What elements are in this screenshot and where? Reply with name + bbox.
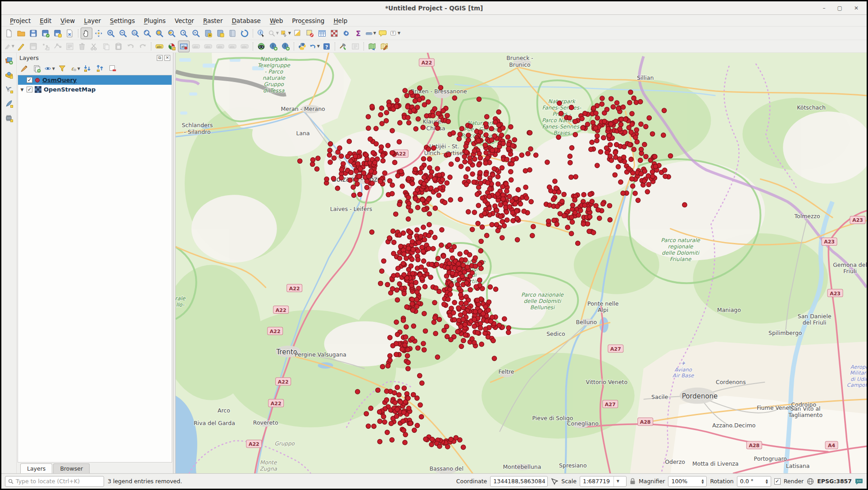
osm-tools-button[interactable] bbox=[337, 41, 349, 52]
layer-diagram-button[interactable] bbox=[166, 41, 177, 52]
layer-labeling-button[interactable]: abc bbox=[154, 41, 165, 52]
remove-layer-button[interactable] bbox=[107, 63, 118, 74]
layer-name: OsmQuery bbox=[42, 77, 77, 83]
menu-processing[interactable]: Processing bbox=[288, 16, 328, 26]
menu-settings[interactable]: Settings bbox=[106, 16, 139, 26]
identify-features-button[interactable]: i bbox=[255, 27, 267, 39]
toggle-editing-button[interactable] bbox=[15, 41, 27, 52]
title-bar[interactable]: *Untitled Project - QGIS [tm] – ▢ ✕ bbox=[1, 1, 867, 15]
add-group-button[interactable] bbox=[31, 63, 43, 74]
qms-add-button[interactable] bbox=[268, 41, 279, 52]
processing-history-button[interactable]: ▼ bbox=[309, 41, 320, 52]
statistics-button[interactable]: Σ bbox=[353, 27, 364, 39]
pan-to-selection-button[interactable] bbox=[93, 27, 105, 39]
minimize-button[interactable]: – bbox=[823, 1, 826, 15]
manage-map-themes-button[interactable]: ▼ bbox=[44, 63, 55, 74]
save-project-button[interactable] bbox=[27, 27, 39, 39]
new-geopackage-layer-button[interactable] bbox=[3, 69, 15, 81]
highlight-labels-button[interactable]: ab bbox=[178, 41, 190, 52]
show-bookmarks-button[interactable] bbox=[214, 27, 226, 39]
zoom-full-button[interactable] bbox=[141, 27, 153, 39]
close-button[interactable]: ✕ bbox=[854, 1, 859, 15]
bookmark-button[interactable] bbox=[227, 27, 238, 39]
messages-icon[interactable] bbox=[855, 478, 863, 485]
coordinate-input[interactable]: 1344188,5863084 bbox=[490, 476, 548, 487]
rotation-spinbox[interactable]: 0.0 °▲▼ bbox=[737, 476, 771, 487]
crs-status[interactable]: EPSG:3857 bbox=[817, 478, 852, 485]
text-annotation-button[interactable]: T▼ bbox=[389, 27, 401, 39]
osm-query-point bbox=[459, 126, 464, 131]
layer-visibility-checkbox[interactable]: ✓ bbox=[27, 87, 32, 92]
magnifier-spinbox[interactable]: 100%▲▼ bbox=[668, 476, 707, 487]
deselect-all-button[interactable] bbox=[304, 27, 316, 39]
layer-visibility-checkbox[interactable]: ✓ bbox=[27, 77, 32, 83]
processing-toolbox-button[interactable] bbox=[341, 27, 352, 39]
refresh-button[interactable] bbox=[239, 27, 250, 39]
locator-input[interactable]: Type to locate (Ctrl+K) bbox=[5, 476, 104, 487]
new-memory-layer-button[interactable] bbox=[3, 112, 15, 124]
menu-web[interactable]: Web bbox=[266, 16, 287, 26]
zoom-native-button[interactable]: 1:1 bbox=[129, 27, 141, 39]
spin-arrows-icon[interactable]: ▲▼ bbox=[766, 479, 768, 484]
dock-tab-browser[interactable]: Browser bbox=[53, 463, 90, 473]
measure-button[interactable]: ▼ bbox=[365, 27, 377, 39]
open-data-source-manager-button[interactable] bbox=[3, 55, 15, 66]
panel-float-button[interactable]: ⧉ bbox=[157, 55, 163, 61]
map-tips-button[interactable] bbox=[377, 27, 389, 39]
open-attribute-table-button[interactable] bbox=[316, 27, 328, 39]
open-project-button[interactable] bbox=[15, 27, 27, 39]
zoom-in-button[interactable] bbox=[105, 27, 117, 39]
menu-project[interactable]: Project bbox=[6, 16, 35, 26]
python-console-button[interactable] bbox=[296, 41, 308, 52]
scale-combobox[interactable]: 1:687719▼ bbox=[580, 476, 627, 487]
extents-toggle-icon[interactable] bbox=[551, 478, 558, 485]
qms-services-button[interactable] bbox=[280, 41, 291, 52]
dock-tab-layers[interactable]: Layers bbox=[20, 463, 52, 473]
zoom-to-selection-button[interactable] bbox=[154, 27, 165, 39]
menu-raster[interactable]: Raster bbox=[199, 16, 227, 26]
project-properties-button[interactable] bbox=[64, 27, 76, 39]
qms-search-button[interactable] bbox=[366, 41, 378, 52]
menu-edit[interactable]: Edit bbox=[36, 16, 55, 26]
deselect-features-button[interactable] bbox=[292, 27, 304, 39]
osm-edit-button[interactable] bbox=[378, 41, 390, 52]
menu-layer[interactable]: Layer bbox=[80, 16, 105, 26]
new-project-button[interactable] bbox=[3, 27, 15, 39]
filter-expression-button[interactable]: ε▼ bbox=[69, 63, 81, 74]
expander-icon[interactable]: ▼ bbox=[20, 87, 24, 92]
zoom-to-layer-button[interactable] bbox=[166, 27, 177, 39]
new-bookmark-button[interactable] bbox=[202, 27, 214, 39]
menu-vector[interactable]: Vector bbox=[171, 16, 198, 26]
layer-tree[interactable]: ✓OsmQuery▼✓OpenStreetMap bbox=[18, 75, 172, 463]
expand-all-button[interactable] bbox=[82, 63, 93, 74]
lock-icon[interactable] bbox=[630, 478, 636, 485]
save-template-button[interactable] bbox=[52, 27, 64, 39]
pan-map-button[interactable] bbox=[81, 27, 92, 39]
layer-item-osmquery[interactable]: ✓OsmQuery bbox=[18, 75, 172, 85]
save-project-as-button[interactable] bbox=[40, 27, 51, 39]
select-features-button[interactable]: ▼ bbox=[280, 27, 291, 39]
menu-help[interactable]: Help bbox=[329, 16, 351, 26]
map-canvas[interactable]: Bruneck -BrunicoSillianKötschachBrixen -… bbox=[176, 53, 867, 473]
new-virtual-layer-button[interactable] bbox=[3, 98, 15, 110]
menu-view[interactable]: View bbox=[56, 16, 79, 26]
spin-arrows-icon[interactable]: ▲▼ bbox=[701, 479, 704, 484]
quickosm-button[interactable] bbox=[255, 41, 267, 52]
menu-plugins[interactable]: Plugins bbox=[140, 16, 169, 26]
chevron-down-icon[interactable]: ▼ bbox=[614, 476, 619, 486]
panel-close-button[interactable]: ✕ bbox=[164, 55, 170, 61]
new-shapefile-layer-button[interactable] bbox=[3, 83, 15, 95]
layout-manager-button[interactable] bbox=[328, 27, 340, 39]
layer-item-openstreetmap[interactable]: ▼✓OpenStreetMap bbox=[18, 85, 172, 94]
zoom-last-button[interactable] bbox=[178, 27, 190, 39]
zoom-out-button[interactable] bbox=[117, 27, 129, 39]
render-checkbox[interactable]: ✓ bbox=[774, 478, 781, 485]
open-layer-styling-button[interactable] bbox=[18, 63, 30, 74]
maximize-button[interactable]: ▢ bbox=[837, 1, 842, 15]
help-button[interactable]: ? bbox=[321, 41, 332, 52]
crs-globe-icon[interactable] bbox=[807, 478, 814, 485]
collapse-all-button[interactable] bbox=[94, 63, 106, 74]
menu-database[interactable]: Database bbox=[227, 16, 264, 26]
zoom-next-button[interactable] bbox=[190, 27, 202, 39]
filter-legend-button[interactable] bbox=[56, 63, 68, 74]
